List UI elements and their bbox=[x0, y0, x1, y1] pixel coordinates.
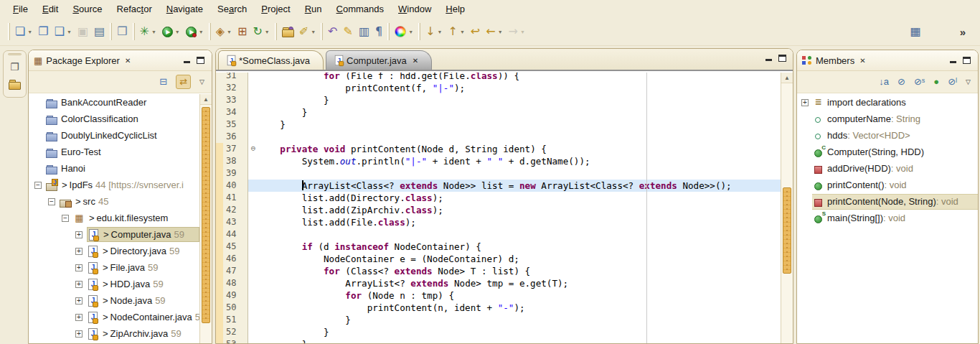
collapse-all-icon[interactable]: ⊟ bbox=[159, 77, 167, 87]
dropdown-arrow-icon[interactable]: ▼ bbox=[498, 29, 503, 34]
menu-edit[interactable]: Edit bbox=[35, 1, 65, 17]
minimize-editor-icon[interactable] bbox=[765, 56, 772, 61]
tree-item[interactable]: DoublyLinkedCyclicList bbox=[29, 127, 199, 144]
maximize-view-icon[interactable] bbox=[963, 57, 971, 64]
link-with-editor-icon[interactable]: ⇄ bbox=[176, 75, 191, 89]
member-item[interactable]: CComputer(String, HDD) bbox=[797, 144, 978, 160]
new-wizard-icon[interactable]: ❏▼ bbox=[14, 24, 34, 39]
dropdown-arrow-icon[interactable]: ▼ bbox=[175, 29, 180, 34]
code-line[interactable]: 33 } bbox=[216, 94, 781, 106]
tree-item[interactable]: −>src 45 bbox=[29, 193, 199, 210]
print-icon[interactable]: ▤ bbox=[93, 24, 106, 39]
tree-item[interactable]: +>ZipArchiv.java 59 bbox=[29, 325, 199, 342]
code-line[interactable]: 53 } bbox=[216, 338, 781, 343]
last-edit-icon[interactable]: ↶ bbox=[326, 24, 339, 39]
code-line[interactable]: 42 list.add(ZipArchiv.class); bbox=[216, 204, 781, 216]
member-item[interactable]: hdds : Vector<HDD> bbox=[797, 127, 978, 144]
code-line[interactable]: 40 ArrayList<Class<? extends Node>> list… bbox=[216, 180, 781, 192]
tree-item[interactable]: ColorClassification bbox=[29, 111, 199, 127]
debug-icon[interactable]: ✳▼ bbox=[138, 24, 158, 39]
compare-icon[interactable]: ❒ bbox=[116, 24, 128, 39]
code-line[interactable]: 49 for (Node n : tmp) { bbox=[216, 289, 781, 302]
scroll-up-icon[interactable]: ▲ bbox=[781, 73, 793, 83]
tree-item[interactable]: −▦>edu.kit.filesystem bbox=[29, 210, 199, 226]
code-line[interactable]: 50 printContent(n, ident + "-"); bbox=[216, 302, 781, 314]
menu-help[interactable]: Help bbox=[438, 1, 472, 17]
expand-icon[interactable]: + bbox=[801, 99, 812, 106]
expand-icon[interactable]: + bbox=[75, 231, 87, 238]
code-line[interactable]: 48 ArrayList<? extends Node> tmp = e.get… bbox=[216, 277, 781, 289]
dropdown-arrow-icon[interactable]: ▼ bbox=[27, 29, 32, 34]
dropdown-arrow-icon[interactable]: ▼ bbox=[460, 29, 465, 34]
close-tab-icon[interactable]: ✕ bbox=[413, 57, 418, 65]
new-junit-icon[interactable]: ⊞ bbox=[236, 24, 248, 39]
hide-nonpublic-icon[interactable]: ● bbox=[933, 77, 939, 87]
tree-item[interactable]: BankAccountReader bbox=[29, 94, 199, 111]
close-view-icon[interactable]: ✕ bbox=[859, 57, 865, 65]
dropdown-arrow-icon[interactable]: ▼ bbox=[520, 29, 525, 34]
tree-item[interactable]: +>Computer.java 59 bbox=[29, 226, 199, 243]
code-line[interactable]: 51 } bbox=[216, 314, 781, 326]
menu-project[interactable]: Project bbox=[254, 1, 297, 17]
member-item[interactable]: computerName : String bbox=[797, 111, 978, 127]
member-item[interactable]: printContent(Node, String) : void bbox=[797, 193, 978, 210]
expand-icon[interactable]: + bbox=[75, 330, 87, 338]
view-menu-icon[interactable]: ▽ bbox=[199, 77, 204, 87]
expand-icon[interactable]: + bbox=[75, 281, 87, 288]
tree-item[interactable]: +>File.java 59 bbox=[29, 259, 199, 276]
view-menu-icon[interactable]: ▽ bbox=[966, 77, 971, 87]
hide-local-types-icon[interactable]: ⊘ˡ bbox=[948, 77, 957, 87]
tree-item[interactable]: +>HDD.java 59 bbox=[29, 276, 199, 292]
tree-item[interactable]: +>Directory.java 59 bbox=[29, 243, 199, 259]
code-line[interactable]: 47 for (Class<? extends Node> T : list) … bbox=[216, 265, 781, 277]
code-line[interactable]: 41 list.add(Directory.class); bbox=[216, 192, 781, 204]
code-line[interactable]: 31 for (File f : hdd.get(File.class)) { bbox=[216, 73, 781, 82]
menu-refactor[interactable]: Refactor bbox=[110, 1, 159, 17]
code-line[interactable]: 39 bbox=[216, 167, 781, 180]
sort-icon[interactable]: ↓a bbox=[879, 77, 889, 87]
code-line[interactable]: 52 } bbox=[216, 326, 781, 338]
tree-item[interactable]: Hanoi bbox=[29, 160, 199, 177]
package-explorer-title[interactable]: Package Explorer bbox=[46, 55, 120, 66]
collapse-icon[interactable]: − bbox=[34, 182, 46, 189]
hide-static-icon[interactable]: ⊘ˢ bbox=[914, 77, 925, 87]
prev-annotation-icon[interactable]: ↑▼ bbox=[446, 24, 466, 39]
color-wheel-icon[interactable]: ▼ bbox=[393, 24, 415, 39]
scroll-thumb[interactable] bbox=[202, 107, 210, 323]
code-line[interactable]: 38 System.out.println("|-" + ident + " "… bbox=[216, 155, 781, 167]
code-line[interactable]: 37⊖ private void printContent(Node d, St… bbox=[216, 143, 781, 155]
tree-item[interactable]: −>IpdFs 44 [https://svnserver.i bbox=[29, 177, 199, 193]
hide-fields-icon[interactable]: ⊘ bbox=[897, 77, 905, 87]
toolbar-overflow-chevron[interactable]: » bbox=[960, 26, 966, 38]
member-item[interactable]: addDrive(HDD) : void bbox=[797, 160, 978, 177]
menu-run[interactable]: Run bbox=[298, 1, 329, 17]
expand-icon[interactable]: + bbox=[75, 297, 87, 305]
package-explorer-scrollbar[interactable]: ▲ bbox=[199, 94, 212, 343]
dropdown-arrow-icon[interactable]: ▼ bbox=[311, 29, 316, 34]
mark-occurrences-icon[interactable]: ▥ bbox=[357, 24, 371, 39]
run-icon[interactable]: ▶▼ bbox=[161, 24, 182, 39]
open-resource-icon[interactable] bbox=[281, 24, 295, 39]
maximize-view-icon[interactable] bbox=[197, 57, 204, 64]
open-folder-icon[interactable] bbox=[9, 79, 21, 91]
fastview-drag-handle[interactable] bbox=[8, 53, 22, 55]
last-edit-location-icon[interactable]: ↩ bbox=[469, 24, 481, 39]
code-line[interactable]: 43 list.add(File.class); bbox=[216, 216, 781, 228]
tab-computer-java[interactable]: Computer.java ✕ bbox=[326, 50, 432, 70]
code-line[interactable]: 34 } bbox=[216, 106, 781, 118]
new-java-project-icon[interactable]: ◈▼ bbox=[215, 24, 233, 39]
maximize-editor-icon[interactable] bbox=[778, 55, 786, 62]
collapse-icon[interactable]: − bbox=[48, 198, 60, 205]
new-class-icon[interactable]: ❐ bbox=[37, 24, 50, 39]
code-line[interactable]: 32 printContent(f, "|-"); bbox=[216, 82, 781, 94]
dropdown-arrow-icon[interactable]: ▼ bbox=[151, 29, 156, 34]
member-item[interactable]: printContent() : void bbox=[797, 177, 978, 193]
show-whitespace-icon[interactable]: ¶ bbox=[374, 24, 384, 39]
tree-item[interactable]: +>NodeContainer.java 59 bbox=[29, 309, 199, 325]
member-item[interactable]: +≣import declarations bbox=[797, 94, 978, 111]
dropdown-arrow-icon[interactable]: ▼ bbox=[199, 29, 204, 34]
dropdown-arrow-icon[interactable]: ▼ bbox=[67, 29, 72, 34]
tab-someclass-java[interactable]: *SomeClass.java bbox=[218, 50, 324, 70]
code-line[interactable]: 44 bbox=[216, 228, 781, 241]
member-item[interactable]: Smain(String[]) : void bbox=[797, 210, 978, 226]
